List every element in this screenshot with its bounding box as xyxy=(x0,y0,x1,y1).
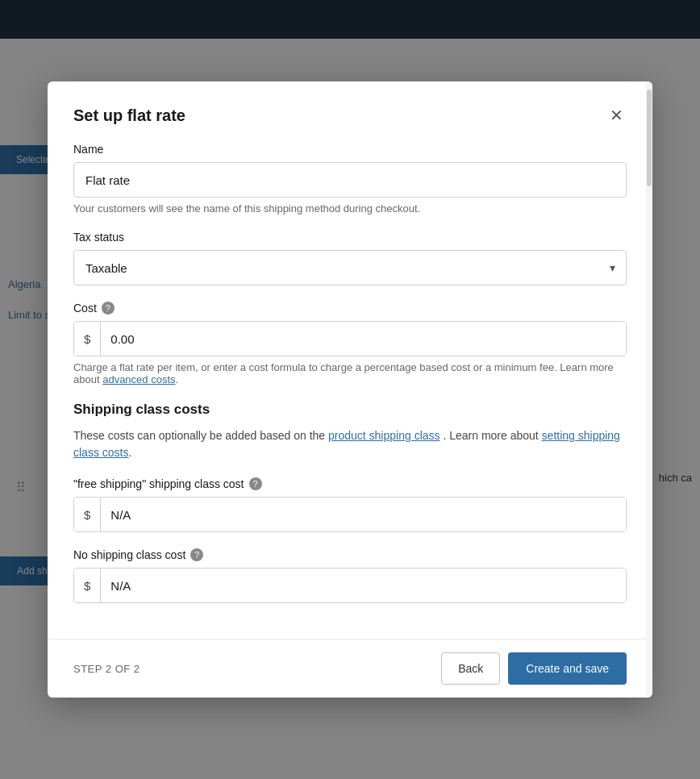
free-shipping-input-wrapper: $ xyxy=(73,497,627,532)
no-shipping-input-wrapper: $ xyxy=(73,568,627,603)
cost-input[interactable] xyxy=(101,322,626,356)
modal-dialog: Set up flat rate ✕ Name Your customers w… xyxy=(48,81,652,698)
name-input[interactable] xyxy=(73,162,627,198)
name-field-group: Name Your customers will see the name of… xyxy=(73,143,627,215)
tax-status-select[interactable]: Taxable None xyxy=(73,250,627,285)
cost-help-icon[interactable]: ? xyxy=(102,302,115,315)
name-label: Name xyxy=(73,143,627,156)
no-shipping-field-group: No shipping class cost ? $ xyxy=(73,548,627,603)
shipping-class-desc: These costs can optionally be added base… xyxy=(73,427,627,461)
no-shipping-help-icon[interactable]: ? xyxy=(190,548,203,561)
cost-field-group: Cost ? $ Charge a flat rate per item, or… xyxy=(73,302,627,385)
step-indicator: STEP 2 OF 2 xyxy=(73,663,140,675)
free-shipping-input[interactable] xyxy=(101,498,626,531)
modal-title: Set up flat rate xyxy=(73,106,185,125)
free-shipping-help-icon[interactable]: ? xyxy=(249,477,262,490)
tax-status-field-group: Tax status Taxable None ▾ xyxy=(73,231,627,285)
free-shipping-label-row: "free shipping" shipping class cost ? xyxy=(73,477,627,490)
scrollbar-thumb[interactable] xyxy=(647,90,652,186)
modal-footer: STEP 2 OF 2 Back Create and save xyxy=(48,639,652,698)
tax-status-select-wrapper: Taxable None ▾ xyxy=(73,250,627,285)
back-button[interactable]: Back xyxy=(441,652,500,685)
close-icon: ✕ xyxy=(610,107,623,123)
no-shipping-input[interactable] xyxy=(101,569,626,602)
advanced-costs-link[interactable]: advanced costs xyxy=(102,373,175,385)
cost-input-wrapper: $ xyxy=(73,321,627,356)
footer-actions: Back Create and save xyxy=(441,652,627,685)
free-shipping-prefix: $ xyxy=(74,498,101,531)
tax-status-label: Tax status xyxy=(73,231,627,244)
no-shipping-label-row: No shipping class cost ? xyxy=(73,548,627,561)
free-shipping-field-group: "free shipping" shipping class cost ? $ xyxy=(73,477,627,532)
no-shipping-prefix: $ xyxy=(74,569,101,602)
cost-hint: Charge a flat rate per item, or enter a … xyxy=(73,361,627,385)
close-button[interactable]: ✕ xyxy=(606,104,627,127)
shipping-class-title: Shipping class costs xyxy=(73,402,627,418)
product-shipping-class-link[interactable]: product shipping class xyxy=(328,429,440,442)
modal-overlay: Set up flat rate ✕ Name Your customers w… xyxy=(0,0,700,779)
shipping-class-section: Shipping class costs These costs can opt… xyxy=(73,402,627,461)
modal-body: Name Your customers will see the name of… xyxy=(48,143,652,639)
name-hint: Your customers will see the name of this… xyxy=(73,202,627,215)
scrollbar-track[interactable] xyxy=(646,81,652,698)
cost-currency-prefix: $ xyxy=(74,322,101,356)
modal-header: Set up flat rate ✕ xyxy=(48,81,652,143)
create-and-save-button[interactable]: Create and save xyxy=(508,652,627,685)
cost-label-row: Cost ? xyxy=(73,302,627,315)
